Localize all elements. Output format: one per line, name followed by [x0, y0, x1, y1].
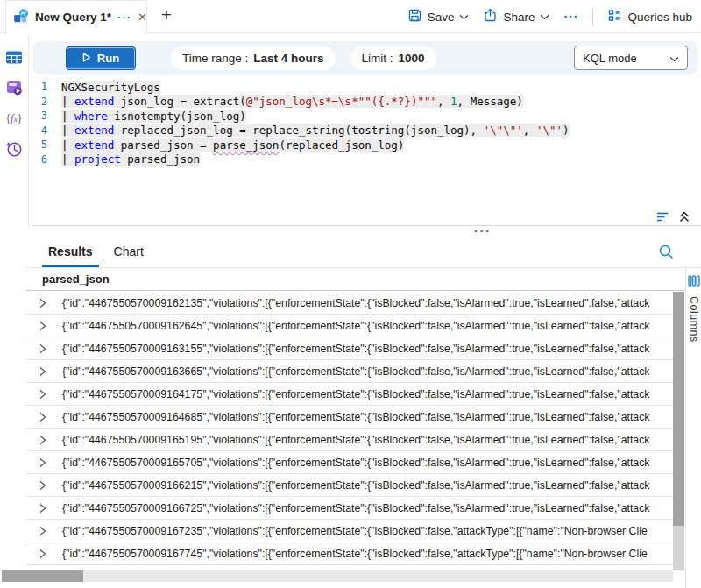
- line-number: 6: [30, 153, 61, 166]
- column-header-label: parsed_json: [42, 273, 110, 286]
- results-rows: {"id":"4467550570009162135","violations"…: [26, 292, 673, 570]
- table-row[interactable]: {"id":"4467550570009162645","violations"…: [26, 315, 673, 337]
- kusto-query-app: New Query 1* ··· ✕ + Save: [0, 0, 701, 588]
- code-line: NGXSecurityLogs: [61, 81, 160, 94]
- editor-line[interactable]: 5| extend parsed_json = parse_json(repla…: [30, 138, 699, 152]
- row-json-value: {"id":"4467550570009166215","violations"…: [62, 479, 673, 492]
- horizontal-scrollbar[interactable]: [2, 570, 673, 582]
- queries-hub-button[interactable]: Queries hub: [607, 8, 692, 25]
- expand-row-chevron-icon[interactable]: [38, 478, 49, 492]
- time-range-label: Time range :: [182, 52, 248, 65]
- table-row[interactable]: {"id":"4467550570009167235","violations"…: [26, 520, 673, 542]
- code-line: | where isnotempty(json_log): [61, 110, 246, 123]
- save-button[interactable]: Save: [407, 8, 470, 25]
- table-row[interactable]: {"id":"4467550570009165705","violations"…: [26, 451, 673, 474]
- expand-row-chevron-icon[interactable]: [38, 342, 49, 355]
- editor-line[interactable]: 6| project parsed_json: [30, 152, 699, 167]
- grid-column-header[interactable]: parsed_json: [26, 268, 685, 291]
- editor-line[interactable]: 2| extend json_log = extract(@"json_log\…: [30, 95, 699, 110]
- table-row[interactable]: {"id":"4467550570009166215","violations"…: [26, 474, 673, 497]
- results-tabs: Results Chart: [42, 243, 150, 267]
- line-number: 2: [30, 96, 61, 108]
- tab-chart[interactable]: Chart: [108, 243, 150, 267]
- row-json-value: {"id":"4467550570009163155","violations"…: [62, 343, 673, 355]
- expand-row-chevron-icon[interactable]: [38, 296, 49, 309]
- editor-line[interactable]: 1NGXSecurityLogs: [30, 80, 699, 95]
- expand-row-chevron-icon[interactable]: [38, 524, 49, 537]
- tab-title: New Query 1*: [35, 11, 111, 24]
- kql-mode-value: KQL mode: [583, 52, 637, 65]
- functions-icon[interactable]: {fx}: [5, 110, 23, 127]
- code-line: | project parsed_json: [61, 152, 200, 166]
- tab-results[interactable]: Results: [42, 243, 99, 267]
- query-editor[interactable]: 1NGXSecurityLogs2| extend json_log = ext…: [30, 80, 699, 166]
- save-chevron-down-icon: [459, 14, 469, 20]
- vertical-scrollbar[interactable]: [673, 292, 684, 570]
- share-button[interactable]: Share: [483, 8, 549, 25]
- left-icon-rail: {fx}: [0, 33, 29, 226]
- limit-label: Limit :: [362, 52, 393, 65]
- kql-mode-select[interactable]: KQL mode: [574, 46, 688, 70]
- expand-row-chevron-icon[interactable]: [38, 433, 49, 446]
- table-row[interactable]: {"id":"4467550570009163155","violations"…: [26, 337, 673, 360]
- row-json-value: {"id":"4467550570009164685","violations"…: [62, 411, 673, 423]
- line-number: 3: [30, 110, 61, 122]
- code-line: | extend replaced_json_log = replace_str…: [61, 124, 570, 137]
- tab-close-icon[interactable]: ✕: [138, 11, 147, 24]
- table-row[interactable]: {"id":"4467550570009162135","violations"…: [26, 292, 673, 315]
- row-json-value: {"id":"4467550570009163665","violations"…: [62, 365, 673, 378]
- table-row[interactable]: {"id":"4467550570009164685","violations"…: [26, 406, 673, 429]
- columns-icon: [688, 274, 700, 290]
- expand-row-chevron-icon[interactable]: [38, 456, 49, 469]
- tabbar-actions: Save Share ···: [407, 0, 692, 33]
- table-row[interactable]: {"id":"4467550570009166725","violations"…: [26, 497, 673, 520]
- row-json-value: {"id":"4467550570009166725","violations"…: [62, 502, 673, 514]
- table-row[interactable]: {"id":"4467550570009164175","violations"…: [26, 383, 673, 406]
- expand-row-chevron-icon[interactable]: [38, 410, 49, 423]
- run-button[interactable]: Run: [66, 46, 136, 70]
- save-icon: [407, 8, 422, 25]
- panel-drag-handle[interactable]: ···: [474, 224, 492, 238]
- search-icon: [658, 248, 675, 263]
- editor-line[interactable]: 3| where isnotempty(json_log): [30, 109, 699, 124]
- time-range-value: Last 4 hours: [253, 52, 323, 65]
- limit-picker[interactable]: Limit : 1000: [350, 46, 436, 70]
- share-chevron-down-icon: [540, 14, 549, 20]
- columns-side-panel[interactable]: Columns: [685, 268, 701, 588]
- table-row[interactable]: {"id":"4467550570009163665","violations"…: [26, 360, 673, 383]
- search-results-button[interactable]: [658, 244, 675, 264]
- expand-row-chevron-icon[interactable]: [38, 365, 49, 378]
- save-label: Save: [428, 11, 455, 24]
- line-number: 4: [30, 124, 61, 137]
- time-range-picker[interactable]: Time range : Last 4 hours: [171, 46, 336, 70]
- expand-row-chevron-icon[interactable]: [38, 319, 49, 332]
- run-label: Run: [97, 52, 119, 65]
- tab-more-icon[interactable]: ···: [117, 13, 131, 22]
- play-icon: [82, 52, 91, 65]
- panel-resize-divider[interactable]: [32, 225, 701, 226]
- code-line: | extend json_log = extract(@"json_log\s…: [61, 95, 523, 108]
- expand-row-chevron-icon[interactable]: [38, 501, 49, 514]
- query-tab[interactable]: New Query 1* ··· ✕: [5, 0, 147, 34]
- queries-hub-icon: [607, 8, 622, 25]
- connections-table-icon[interactable]: [5, 48, 23, 66]
- mode-chevron-down-icon: [669, 52, 679, 65]
- new-tab-button[interactable]: +: [156, 4, 177, 29]
- row-json-value: {"id":"4467550570009167745","violations"…: [62, 548, 673, 560]
- row-json-value: {"id":"4467550570009167235","violations"…: [62, 525, 673, 537]
- table-row[interactable]: {"id":"4467550570009167745","violations"…: [26, 542, 673, 565]
- saved-queries-icon[interactable]: [5, 79, 23, 96]
- line-number: 5: [30, 138, 61, 151]
- table-row[interactable]: {"id":"4467550570009165195","violations"…: [26, 429, 673, 451]
- line-number: 1: [30, 81, 61, 93]
- row-json-value: {"id":"4467550570009162135","violations"…: [62, 297, 673, 309]
- more-actions-button[interactable]: ···: [563, 10, 578, 24]
- expand-row-chevron-icon[interactable]: [38, 387, 49, 400]
- vertical-scrollbar-thumb[interactable]: [673, 292, 684, 526]
- code-line: | extend parsed_json = parse_json(replac…: [61, 138, 404, 152]
- query-history-icon[interactable]: [5, 140, 23, 158]
- horizontal-scrollbar-thumb[interactable]: [2, 570, 83, 582]
- expand-row-chevron-icon[interactable]: [38, 547, 49, 560]
- queries-hub-label: Queries hub: [627, 11, 692, 24]
- editor-line[interactable]: 4| extend replaced_json_log = replace_st…: [30, 124, 699, 138]
